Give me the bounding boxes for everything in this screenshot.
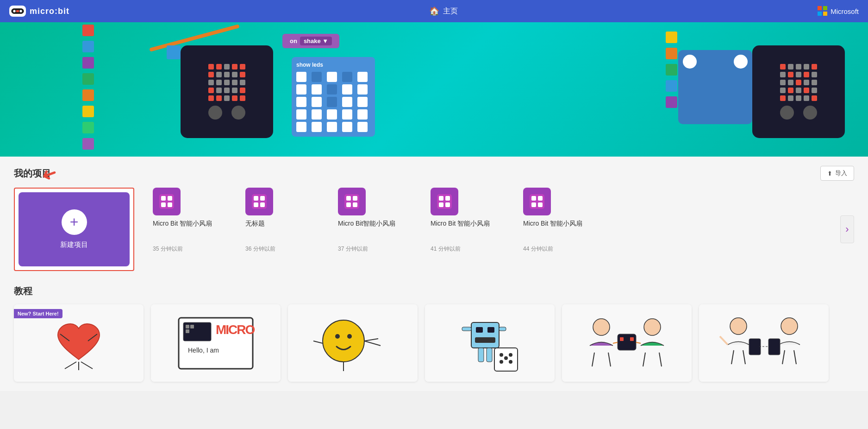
import-icon: ⬆ xyxy=(827,170,832,177)
svg-line-47 xyxy=(313,341,323,343)
svg-rect-77 xyxy=(749,339,761,355)
svg-rect-7 xyxy=(161,202,166,207)
tutorial-card-love-meter[interactable]: Love Meter xyxy=(562,304,692,382)
hero-device-1 xyxy=(181,45,273,138)
tutorial-thumb xyxy=(699,304,829,382)
svg-line-45 xyxy=(364,341,381,346)
project-name: Micro Bit智能小风扇 xyxy=(338,219,417,227)
svg-point-62 xyxy=(593,319,610,335)
project-icon xyxy=(431,188,458,215)
svg-rect-58 xyxy=(478,348,484,362)
tutorials-row: New? Start Here! Flashing Heart xyxy=(14,304,854,382)
navbar-right: Microsoft xyxy=(818,6,859,16)
projects-scroller: Micro Bit 智能小风扇 35 分钟以前 无标题 36 分钟以前 xyxy=(144,188,831,253)
svg-rect-51 xyxy=(475,337,495,343)
tutorial-card-flashing-heart[interactable]: New? Start Here! Flashing Heart xyxy=(14,304,144,382)
svg-text:Hello, I am: Hello, I am xyxy=(188,347,219,354)
svg-rect-68 xyxy=(618,334,636,350)
logo-area[interactable]: micro:bit xyxy=(9,6,69,17)
svg-point-41 xyxy=(323,320,364,362)
svg-rect-22 xyxy=(439,202,443,207)
svg-rect-18 xyxy=(353,202,357,207)
svg-line-64 xyxy=(608,353,611,366)
project-card[interactable]: Micro Bit 智能小风扇 44 分钟以前 xyxy=(523,188,602,253)
svg-line-29 xyxy=(65,362,76,369)
new-badge: New? Start Here! xyxy=(14,309,62,318)
svg-point-54 xyxy=(509,353,512,357)
tutorials-title: 教程 xyxy=(14,285,854,297)
hero-block-blue xyxy=(167,45,181,59)
svg-point-73 xyxy=(730,318,747,334)
plus-icon: + xyxy=(62,209,87,235)
svg-rect-11 xyxy=(260,196,265,201)
svg-point-2 xyxy=(19,10,22,13)
tutorial-card-smiley-buttons[interactable]: Smiley Buttons xyxy=(288,304,418,382)
svg-point-65 xyxy=(644,319,661,335)
svg-rect-20 xyxy=(439,196,443,201)
svg-point-55 xyxy=(500,360,503,364)
project-card[interactable]: Micro Bit 智能小风扇 41 分钟以前 xyxy=(431,188,509,253)
svg-rect-69 xyxy=(620,337,624,341)
svg-line-67 xyxy=(659,353,662,366)
microsoft-logo[interactable]: Microsoft xyxy=(818,6,859,16)
tutorial-card-dice[interactable]: Dice xyxy=(425,304,555,382)
tutorial-thumb xyxy=(425,304,555,382)
project-name: 无标题 xyxy=(245,219,324,227)
logo-text: micro:bit xyxy=(30,6,69,16)
svg-rect-3 xyxy=(16,10,19,13)
microbit-logo-icon xyxy=(9,6,26,17)
tutorial-card-name-tag[interactable]: MICRO Hello, I am Name Tag xyxy=(151,304,281,382)
hero-leds-block: show leds xyxy=(292,57,375,137)
svg-rect-6 xyxy=(168,196,172,201)
hero-strip-left xyxy=(76,25,100,154)
svg-rect-28 xyxy=(538,202,543,207)
project-icon xyxy=(245,188,273,215)
project-name: Micro Bit 智能小风扇 xyxy=(431,219,509,227)
home-icon: 🏠 xyxy=(429,6,439,16)
svg-rect-15 xyxy=(346,196,351,201)
svg-rect-49 xyxy=(476,327,483,333)
project-time: 44 分钟以前 xyxy=(523,245,602,253)
svg-rect-25 xyxy=(531,196,536,201)
svg-line-44 xyxy=(364,339,378,341)
svg-rect-48 xyxy=(471,322,499,348)
hero-device-blue xyxy=(678,50,752,124)
project-card[interactable]: Micro Bit 智能小风扇 35 分钟以前 xyxy=(153,188,231,253)
svg-line-71 xyxy=(613,342,618,343)
project-card[interactable]: Micro Bit智能小风扇 37 分钟以前 xyxy=(338,188,417,253)
svg-line-30 xyxy=(81,362,93,369)
hero-background: on shake ▼ show leds xyxy=(0,22,868,157)
project-time: 35 分钟以前 xyxy=(153,245,231,253)
new-project-container: + 新建项目 xyxy=(14,188,134,271)
navbar-home[interactable]: 🏠 主页 xyxy=(429,6,458,16)
svg-rect-60 xyxy=(462,327,471,331)
svg-rect-5 xyxy=(161,196,166,201)
svg-rect-82 xyxy=(768,339,780,355)
project-name: Micro Bit 智能小风扇 xyxy=(153,219,231,227)
import-button[interactable]: ⬆ 导入 xyxy=(820,166,854,181)
svg-line-81 xyxy=(794,350,796,364)
project-icon xyxy=(523,188,551,215)
svg-line-72 xyxy=(636,342,641,343)
tutorial-card-micro-chat[interactable]: Micro Chat xyxy=(699,304,829,382)
project-time: 41 分钟以前 xyxy=(431,245,509,253)
project-time: 36 分钟以前 xyxy=(245,245,324,253)
svg-line-66 xyxy=(643,353,645,366)
svg-rect-27 xyxy=(531,202,536,207)
scroll-right-button[interactable]: › xyxy=(840,215,854,243)
svg-point-79 xyxy=(781,318,798,334)
new-project-button[interactable]: + 新建项目 xyxy=(19,192,130,266)
tutorials-section: 教程 New? Start Here! Flashing Heart xyxy=(14,285,854,382)
project-time: 37 分钟以前 xyxy=(338,245,417,253)
svg-line-63 xyxy=(592,353,594,366)
projects-row: ➜ + 新建项目 Micro B xyxy=(14,188,854,271)
project-card[interactable]: 无标题 36 分钟以前 xyxy=(245,188,324,253)
my-projects-header: 我的项目 ⬆ 导入 xyxy=(14,166,854,181)
svg-rect-50 xyxy=(487,327,494,333)
project-icon xyxy=(338,188,366,215)
hero-banner: on shake ▼ show leds xyxy=(0,22,868,157)
svg-rect-37 xyxy=(190,325,194,328)
svg-rect-38 xyxy=(186,329,189,333)
svg-rect-59 xyxy=(487,348,492,362)
svg-rect-36 xyxy=(186,325,189,328)
